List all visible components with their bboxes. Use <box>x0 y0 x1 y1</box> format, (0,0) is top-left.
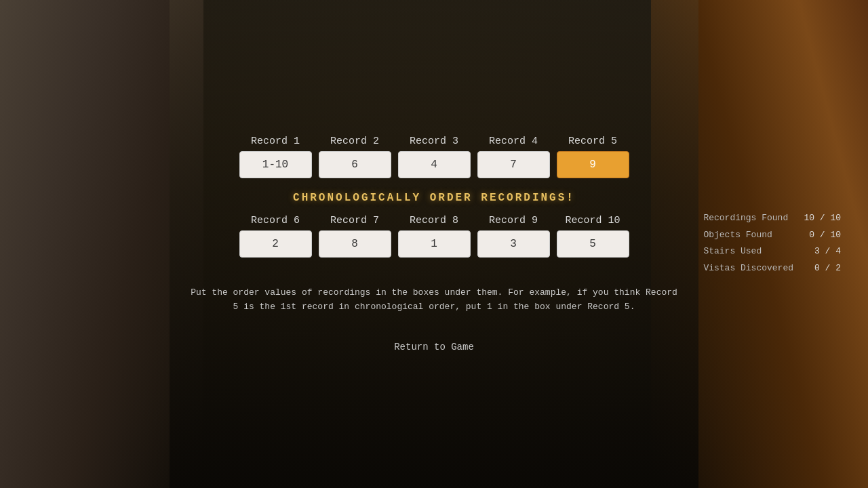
record-3-label: Record 3 <box>410 136 458 147</box>
record-9-input[interactable] <box>477 230 550 258</box>
record-8-label: Record 8 <box>410 215 458 226</box>
record-item-4: Record 4 <box>477 136 550 178</box>
record-2-input[interactable] <box>319 151 391 178</box>
record-item-7: Record 7 <box>319 215 391 258</box>
record-2-label: Record 2 <box>330 136 379 147</box>
record-1-label: Record 1 <box>251 136 300 147</box>
puzzle-area: Record 1 Record 2 Record 3 Record 4 Reco… <box>190 136 678 352</box>
record-item-10: Record 10 <box>557 215 629 258</box>
record-4-input[interactable] <box>477 151 550 178</box>
record-5-label: Record 5 <box>568 136 617 147</box>
record-6-input[interactable] <box>239 230 312 258</box>
records-row-2: Record 6 Record 7 Record 8 Record 9 Reco… <box>239 215 629 258</box>
record-8-input[interactable] <box>398 230 471 258</box>
record-7-input[interactable] <box>319 230 391 258</box>
record-item-5: Record 5 <box>557 136 629 178</box>
record-item-8: Record 8 <box>398 215 471 258</box>
instruction-text: Put the order values of recordings in th… <box>190 286 678 314</box>
record-9-label: Record 9 <box>489 215 538 226</box>
record-5-input[interactable] <box>557 151 629 178</box>
record-item-6: Record 6 <box>239 215 312 258</box>
record-item-9: Record 9 <box>477 215 550 258</box>
records-row-1: Record 1 Record 2 Record 3 Record 4 Reco… <box>239 136 629 178</box>
record-4-label: Record 4 <box>489 136 538 147</box>
record-6-label: Record 6 <box>251 215 300 226</box>
record-1-input[interactable] <box>239 151 312 178</box>
record-item-1: Record 1 <box>239 136 312 178</box>
main-content: Record 1 Record 2 Record 3 Record 4 Reco… <box>0 0 868 488</box>
record-10-input[interactable] <box>557 230 629 258</box>
record-10-label: Record 10 <box>565 215 620 226</box>
puzzle-title: CHRONOLOGICALLY ORDER RECORDINGS! <box>293 192 575 204</box>
record-7-label: Record 7 <box>330 215 379 226</box>
record-item-2: Record 2 <box>319 136 391 178</box>
record-item-3: Record 3 <box>398 136 471 178</box>
return-to-game-button[interactable]: Return to Game <box>394 342 474 352</box>
record-3-input[interactable] <box>398 151 471 178</box>
